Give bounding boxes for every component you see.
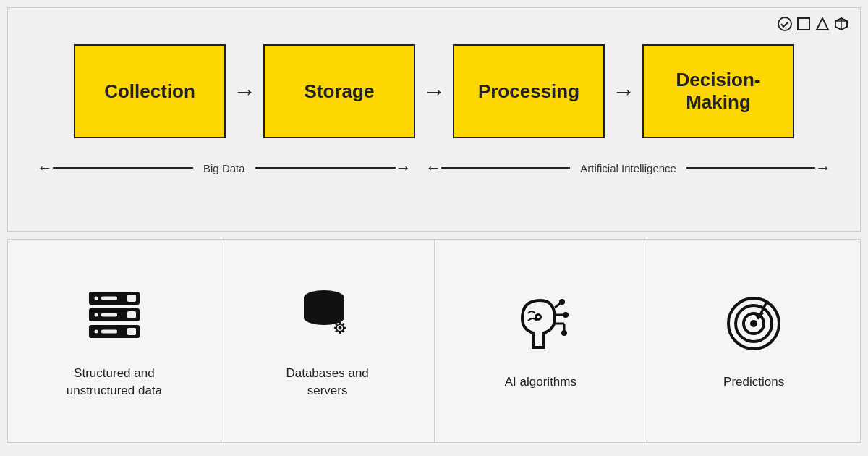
toolbar-icons bbox=[778, 17, 848, 31]
card-decision: Predictions bbox=[647, 240, 860, 442]
collection-label: Collection bbox=[104, 80, 195, 103]
svg-point-41 bbox=[537, 316, 540, 318]
card-collection: Structured and unstructured data bbox=[8, 240, 221, 442]
square-icon bbox=[796, 17, 811, 31]
card-storage: Databases and servers bbox=[221, 240, 435, 442]
card-processing: AI algorithms bbox=[435, 240, 648, 442]
ai-group: ← Artificial Intelligence → bbox=[425, 159, 831, 177]
card-processing-label: AI algorithms bbox=[505, 373, 576, 391]
ai-right-arrow: → bbox=[815, 159, 831, 177]
svg-rect-28 bbox=[343, 327, 346, 329]
ai-brain-icon bbox=[508, 291, 573, 356]
3dbox-icon bbox=[834, 17, 848, 31]
top-panel: Collection → Storage → Processing → Deci… bbox=[7, 7, 861, 232]
server-icon bbox=[82, 282, 147, 347]
svg-rect-17 bbox=[101, 329, 117, 333]
arrow-3: → bbox=[612, 78, 635, 105]
svg-point-0 bbox=[778, 17, 791, 30]
target-icon bbox=[721, 291, 786, 356]
processing-label: Processing bbox=[478, 80, 579, 103]
big-data-left-arrow: ← bbox=[37, 159, 53, 177]
storage-label: Storage bbox=[305, 80, 375, 103]
svg-rect-9 bbox=[127, 295, 136, 302]
card-collection-label: Structured and unstructured data bbox=[67, 365, 162, 400]
labels-row: ← Big Data → ← Artificial Intelligence → bbox=[30, 159, 838, 177]
svg-point-22 bbox=[304, 311, 344, 325]
svg-marker-2 bbox=[817, 18, 828, 30]
database-icon bbox=[295, 282, 360, 347]
svg-point-34 bbox=[563, 312, 569, 318]
svg-rect-27 bbox=[334, 327, 337, 329]
decision-making-box: Decision- Making bbox=[642, 44, 794, 138]
card-storage-label: Databases and servers bbox=[286, 365, 368, 400]
svg-point-13 bbox=[94, 313, 98, 316]
flow-row: Collection → Storage → Processing → Deci… bbox=[30, 44, 838, 138]
arrow-1: → bbox=[233, 78, 256, 105]
svg-rect-11 bbox=[127, 328, 136, 335]
triangle-icon bbox=[815, 17, 830, 31]
card-decision-label: Predictions bbox=[723, 373, 784, 391]
bottom-panel: Structured and unstructured data bbox=[7, 239, 861, 443]
svg-rect-15 bbox=[101, 296, 117, 300]
big-data-label: Big Data bbox=[193, 162, 255, 174]
svg-point-14 bbox=[94, 329, 98, 333]
svg-point-12 bbox=[94, 296, 98, 300]
svg-point-39 bbox=[559, 299, 565, 305]
check-icon bbox=[778, 17, 792, 31]
processing-box: Processing bbox=[453, 44, 605, 138]
svg-point-46 bbox=[750, 320, 757, 327]
ai-left-arrow: ← bbox=[425, 159, 441, 177]
decision-making-label: Decision- Making bbox=[676, 69, 760, 114]
svg-rect-25 bbox=[339, 322, 341, 325]
big-data-group: ← Big Data → bbox=[37, 159, 412, 177]
storage-box: Storage bbox=[263, 44, 415, 138]
svg-point-37 bbox=[561, 330, 567, 336]
collection-box: Collection bbox=[74, 44, 226, 138]
svg-rect-26 bbox=[339, 331, 341, 334]
svg-point-24 bbox=[339, 326, 342, 329]
svg-rect-1 bbox=[798, 18, 809, 30]
arrow-2: → bbox=[422, 78, 446, 105]
big-data-right-arrow: → bbox=[396, 159, 412, 177]
svg-rect-10 bbox=[127, 311, 136, 318]
svg-rect-16 bbox=[101, 313, 117, 316]
ai-label: Artificial Intelligence bbox=[570, 162, 686, 174]
